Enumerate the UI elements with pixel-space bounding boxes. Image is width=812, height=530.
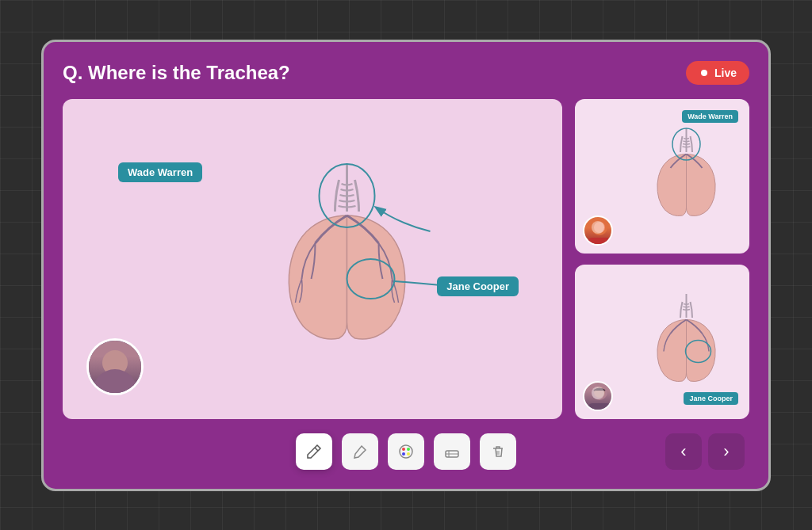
mini-anatomy-svg-jane [635,290,738,393]
svg-point-10 [400,445,412,458]
svg-point-14 [407,452,410,456]
mini-card-wade: Wade Warren [575,99,749,254]
prev-button[interactable]: ‹ [665,433,702,470]
svg-rect-8 [588,403,611,411]
live-icon [699,67,710,78]
live-label: Live [714,67,737,79]
content-area: Wade Warren Jane Cooper [63,99,749,419]
pencil-button[interactable] [296,433,332,470]
svg-point-5 [594,222,605,233]
jane-cooper-label: Jane Cooper [437,276,519,296]
wade-warren-label: Wade Warren [118,162,202,182]
mini-anatomy-svg-wade [635,124,738,227]
svg-rect-4 [588,238,611,246]
main-canvas: Wade Warren Jane Cooper [63,99,562,419]
main-card: Q. Where is the Trachea? Live [41,40,771,491]
eraser-button[interactable] [434,433,470,470]
side-panel: Wade Warren [575,99,749,419]
anatomy-svg [255,156,438,362]
svg-point-13 [402,452,405,456]
mini-card-jane: Jane Cooper [575,265,749,419]
mini-avatar-jane [583,381,613,411]
trash-button[interactable] [480,433,516,470]
svg-point-9 [594,387,605,398]
palette-button[interactable] [388,433,424,470]
header: Q. Where is the Trachea? Live [63,61,749,85]
mini-avatar-wade [583,215,613,246]
svg-point-12 [407,448,410,451]
pen-button[interactable] [342,433,378,470]
mini-wade-label: Wade Warren [682,110,738,123]
live-badge: Live [686,61,749,85]
avatar-person [89,341,141,393]
main-avatar [86,338,144,395]
mini-jane-label: Jane Cooper [684,392,738,405]
svg-point-11 [402,448,405,451]
toolbar: ‹ › [63,433,749,470]
next-button[interactable]: › [708,433,745,470]
question-title: Q. Where is the Trachea? [63,62,290,84]
